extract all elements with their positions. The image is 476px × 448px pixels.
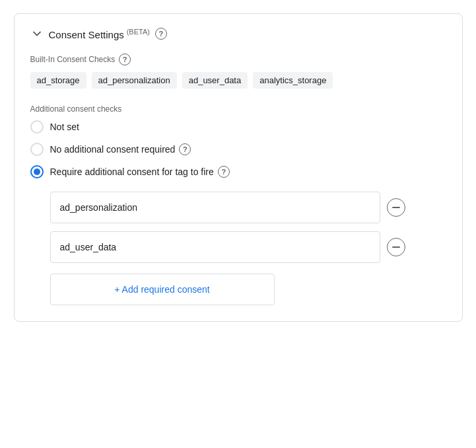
consent-field-row-1	[50, 231, 446, 263]
built-in-label: Built-In Consent Checks ?	[30, 54, 446, 65]
minus-icon-0	[392, 207, 400, 208]
panel-header: Consent Settings (BETA) ?	[30, 27, 446, 40]
consent-settings-panel: Consent Settings (BETA) ? Built-In Conse…	[14, 13, 463, 322]
chip-analytics-storage: analytics_storage	[253, 72, 333, 89]
additional-consent-label: Additional consent checks	[30, 104, 446, 114]
radio-label-no-additional: No additional consent required ?	[50, 143, 191, 155]
add-required-consent-button[interactable]: + Add required consent	[50, 274, 275, 305]
title-help-icon[interactable]: ?	[155, 28, 167, 40]
collapse-chevron-icon[interactable]	[30, 27, 44, 40]
radio-circle-require-additional	[30, 165, 44, 178]
chip-ad-personalization: ad_personalization	[92, 72, 177, 89]
built-in-help-icon[interactable]: ?	[119, 54, 131, 65]
radio-circle-no-additional	[30, 143, 44, 156]
radio-circle-not-set	[30, 120, 44, 133]
radio-label-require-additional: Require additional consent for tag to fi…	[50, 166, 230, 178]
built-in-chips-row: ad_storage ad_personalization ad_user_da…	[30, 72, 446, 89]
consent-fields-list	[50, 192, 446, 263]
beta-badge: (BETA)	[127, 28, 150, 36]
chip-ad-storage: ad_storage	[30, 72, 86, 89]
radio-not-set[interactable]: Not set	[30, 120, 446, 133]
no-additional-help-icon[interactable]: ?	[179, 143, 191, 155]
panel-title: Consent Settings (BETA)	[49, 28, 150, 40]
radio-label-not-set: Not set	[50, 122, 79, 132]
require-additional-help-icon[interactable]: ?	[218, 166, 230, 178]
consent-input-0[interactable]	[50, 192, 380, 223]
radio-require-additional[interactable]: Require additional consent for tag to fi…	[30, 165, 446, 178]
radio-no-additional[interactable]: No additional consent required ?	[30, 143, 446, 156]
chip-ad-user-data: ad_user_data	[182, 72, 248, 89]
minus-icon-1	[392, 246, 400, 248]
consent-field-row-0	[50, 192, 446, 223]
radio-group: Not set No additional consent required ?…	[30, 120, 446, 178]
consent-input-1[interactable]	[50, 231, 380, 263]
remove-consent-0-button[interactable]	[387, 198, 405, 217]
remove-consent-1-button[interactable]	[387, 238, 405, 256]
